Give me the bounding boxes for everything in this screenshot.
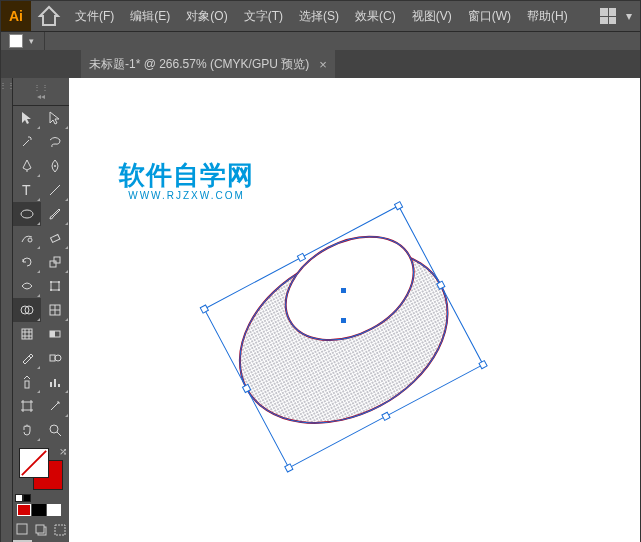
dock-strip: ⋮⋮ [1,78,13,542]
swap-fill-stroke-icon[interactable]: ⤮ [59,446,67,457]
workspace-switcher-icon[interactable]: ▾ [626,9,632,23]
eyedropper-tool[interactable] [13,346,41,370]
svg-rect-34 [55,525,65,535]
control-bar: ▾ [1,31,640,50]
swatch-white[interactable] [47,504,61,516]
control-fill-swatch[interactable] [9,34,23,48]
app-logo: Ai [1,1,31,31]
column-graph-tool[interactable] [41,370,69,394]
mesh-tool[interactable] [13,322,41,346]
direct-selection-tool[interactable] [41,106,69,130]
type-tool[interactable]: T [13,178,41,202]
svg-rect-21 [50,355,55,361]
menu-effect[interactable]: 效果(C) [347,1,404,31]
puppet-warp-tool[interactable] [41,298,69,322]
canvas-area[interactable]: 软件自学网 WWW.RJZXW.COM [69,78,640,542]
document-tab-bar: 未标题-1* @ 266.57% (CMYK/GPU 预览) × [1,50,640,78]
svg-rect-20 [50,331,55,337]
artboard[interactable]: 软件自学网 WWW.RJZXW.COM [69,78,640,542]
drawing-mode-row [13,518,69,542]
ellipse-tool[interactable] [13,202,41,226]
shape-builder-tool[interactable] [13,298,41,322]
line-segment-tool[interactable] [41,178,69,202]
magic-wand-tool[interactable] [13,130,41,154]
default-fill-stroke-icon[interactable] [15,494,31,502]
close-icon[interactable]: × [319,57,327,72]
svg-point-12 [58,289,60,291]
document-tab[interactable]: 未标题-1* @ 266.57% (CMYK/GPU 预览) × [81,50,335,78]
center-point-1[interactable] [341,288,346,293]
rotate-tool[interactable] [13,250,41,274]
svg-point-28 [50,425,58,433]
blend-tool[interactable] [41,346,69,370]
menu-type[interactable]: 文字(T) [236,1,291,31]
handle-mid-top[interactable] [297,253,305,261]
menu-bar: Ai 文件(F) 编辑(E) 对象(O) 文字(T) 选择(S) 效果(C) 视… [1,1,640,31]
shaper-tool[interactable] [13,226,41,250]
fill-stroke-control[interactable]: ⤮ [13,446,69,502]
svg-point-0 [54,165,56,167]
artboard-tool[interactable] [13,394,41,418]
pen-tool[interactable] [13,154,41,178]
scale-tool[interactable] [41,250,69,274]
selection-tool[interactable] [13,106,41,130]
gradient-tool[interactable] [41,322,69,346]
menu-help[interactable]: 帮助(H) [519,1,576,31]
svg-point-3 [21,210,33,218]
svg-point-4 [28,238,32,242]
selected-artwork[interactable] [189,178,469,438]
slice-tool[interactable] [41,394,69,418]
swatch-red[interactable] [17,504,31,516]
svg-point-9 [50,281,52,283]
svg-line-2 [50,185,60,195]
document-tab-title: 未标题-1* @ 266.57% (CMYK/GPU 预览) [89,56,309,73]
center-point-2[interactable] [341,318,346,323]
dock-grip-icon[interactable]: ⋮⋮ [1,78,13,92]
menu-window[interactable]: 窗口(W) [460,1,519,31]
hand-tool[interactable] [13,418,41,442]
handle-mid-bottom[interactable] [382,412,390,420]
svg-rect-26 [58,384,60,387]
menu-select[interactable]: 选择(S) [291,1,347,31]
chevron-down-icon[interactable]: ▾ [29,36,34,46]
zoom-tool[interactable] [41,418,69,442]
curvature-tool[interactable] [41,154,69,178]
width-tool[interactable] [13,274,41,298]
lasso-tool[interactable] [41,130,69,154]
fill-swatch[interactable] [19,448,49,478]
svg-text:T: T [22,182,31,198]
svg-rect-8 [51,282,59,290]
free-transform-tool[interactable] [41,274,69,298]
toolbox-grip[interactable]: ⋮⋮ ◂◂ [13,78,69,106]
handle-top-left[interactable] [200,305,208,313]
tool-grid: T [13,106,69,442]
toolbox: ⋮⋮ ◂◂ T [13,78,69,542]
color-swatch-row [13,502,69,518]
handle-bottom-left[interactable] [285,464,293,472]
paintbrush-tool[interactable] [41,202,69,226]
symbol-sprayer-tool[interactable] [13,370,41,394]
swatch-black[interactable] [32,504,46,516]
svg-line-30 [22,451,46,475]
handle-top-right[interactable] [395,202,403,210]
arrange-documents-icon[interactable] [600,8,616,24]
menu-file[interactable]: 文件(F) [67,1,122,31]
svg-rect-33 [36,525,44,533]
home-icon[interactable] [37,4,61,28]
draw-normal-icon[interactable] [13,518,32,542]
svg-line-29 [57,432,61,436]
svg-rect-31 [17,524,27,534]
app-window: Ai 文件(F) 编辑(E) 对象(O) 文字(T) 选择(S) 效果(C) 视… [0,0,641,542]
eraser-tool[interactable] [41,226,69,250]
svg-point-22 [55,355,61,361]
svg-point-10 [58,281,60,283]
draw-inside-icon[interactable] [50,518,69,542]
menu-edit[interactable]: 编辑(E) [122,1,178,31]
main-area: ⋮⋮ ⋮⋮ ◂◂ T [1,78,640,542]
svg-rect-23 [25,381,29,388]
menu-view[interactable]: 视图(V) [404,1,460,31]
draw-behind-icon[interactable] [32,518,51,542]
handle-bottom-right[interactable] [479,361,487,369]
svg-rect-6 [50,261,56,267]
menu-object[interactable]: 对象(O) [178,1,235,31]
